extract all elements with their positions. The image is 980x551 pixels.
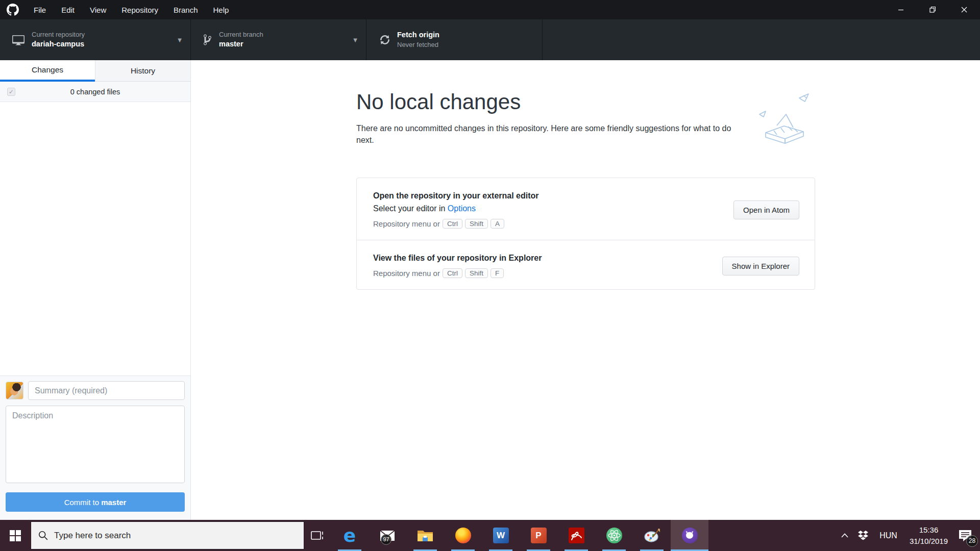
shortcut-prefix: Repository menu or xyxy=(373,269,440,278)
page-subtitle: There are no uncommitted changes in this… xyxy=(356,122,743,146)
action-center-button[interactable]: 28 xyxy=(954,520,980,551)
edge-icon: e xyxy=(344,527,356,545)
taskbar-icon-word[interactable]: W xyxy=(482,520,520,551)
firefox-icon xyxy=(455,528,471,543)
commit-button-branch: master xyxy=(101,498,126,507)
tab-history[interactable]: History xyxy=(95,60,190,82)
changes-list-empty xyxy=(0,102,190,375)
search-input[interactable] xyxy=(54,531,297,541)
menu-edit[interactable]: Edit xyxy=(54,0,82,19)
commit-description-input[interactable] xyxy=(6,406,185,483)
current-branch-label: Current branch xyxy=(219,30,263,39)
sidebar-tabs: Changes History xyxy=(0,60,190,82)
notifications-badge: 28 xyxy=(966,535,978,547)
changed-files-row: ✓ 0 changed files xyxy=(0,82,190,102)
github-desktop-window: File Edit View Repository Branch Help xyxy=(0,0,980,551)
fetch-origin-status: Never fetched xyxy=(397,40,439,49)
current-repository-button[interactable]: Current repository dariah-campus ▼ xyxy=(0,19,191,60)
taskbar-icon-github-desktop[interactable] xyxy=(671,520,708,551)
toolbar: Current repository dariah-campus ▼ Curre… xyxy=(0,19,980,60)
kbd-a: A xyxy=(491,219,504,229)
sync-icon xyxy=(380,34,390,46)
language-indicator[interactable]: HUN xyxy=(873,520,903,551)
taskbar-icon-edge[interactable]: e xyxy=(331,520,369,551)
task-view-button[interactable] xyxy=(304,520,331,551)
word-icon: W xyxy=(493,528,509,543)
current-branch-button[interactable]: Current branch master ▼ xyxy=(191,19,366,60)
shortcut-prefix: Repository menu or xyxy=(373,219,440,228)
atom-icon xyxy=(606,528,622,543)
options-link[interactable]: Options xyxy=(448,204,476,213)
clock[interactable]: 15:36 31/10/2019 xyxy=(903,520,954,551)
menu-repository[interactable]: Repository xyxy=(114,0,166,19)
minimize-icon xyxy=(898,7,904,13)
menu-file[interactable]: File xyxy=(26,0,54,19)
dropbox-icon xyxy=(857,531,869,541)
suggestion-show-explorer: View the files of your repository in Exp… xyxy=(357,240,815,289)
tab-changes[interactable]: Changes xyxy=(0,60,95,82)
menu-branch[interactable]: Branch xyxy=(166,0,206,19)
dropbox-tray-icon[interactable] xyxy=(853,520,873,551)
window-controls xyxy=(885,0,980,19)
kbd-shift: Shift xyxy=(465,268,488,278)
show-in-explorer-button[interactable]: Show in Explorer xyxy=(722,257,799,276)
tray-expand-button[interactable] xyxy=(837,520,853,551)
taskbar: e 97 W P xyxy=(0,520,980,551)
taskbar-icon-file-explorer[interactable] xyxy=(406,520,444,551)
git-branch-icon xyxy=(203,34,212,46)
suggestion-open-editor: Open the repository in your external edi… xyxy=(357,178,815,240)
menu-bar: File Edit View Repository Branch Help xyxy=(26,0,236,19)
avatar xyxy=(6,382,23,399)
start-button[interactable] xyxy=(0,520,31,551)
select-all-checkbox[interactable]: ✓ xyxy=(7,88,15,96)
taskbar-icon-mail[interactable]: 97 xyxy=(369,520,406,551)
fetch-origin-label: Fetch origin xyxy=(397,30,439,40)
suggestions-panel: Open the repository in your external edi… xyxy=(356,178,815,290)
taskbar-icon-acrobat[interactable] xyxy=(557,520,595,551)
chevron-down-icon: ▼ xyxy=(178,37,182,43)
kbd-f: F xyxy=(491,268,504,278)
chevron-down-icon: ▼ xyxy=(353,37,357,43)
taskbar-icon-paint[interactable] xyxy=(633,520,671,551)
github-desktop-icon xyxy=(682,528,698,543)
restore-button[interactable] xyxy=(917,0,948,19)
changed-files-count: 0 changed files xyxy=(0,88,190,96)
suggestion-title: View the files of your repository in Exp… xyxy=(373,254,722,263)
taskbar-search[interactable] xyxy=(31,521,304,549)
menu-view[interactable]: View xyxy=(82,0,114,19)
current-branch-value: master xyxy=(219,39,263,49)
page-title: No local changes xyxy=(356,90,980,114)
minimize-button[interactable] xyxy=(885,0,917,19)
search-icon xyxy=(38,531,48,540)
taskbar-icon-powerpoint[interactable]: P xyxy=(520,520,557,551)
empty-state-illustration xyxy=(756,92,816,154)
paint-icon xyxy=(644,529,660,543)
taskbar-icon-atom[interactable] xyxy=(595,520,633,551)
desktop-icon xyxy=(12,34,24,46)
menu-help[interactable]: Help xyxy=(206,0,237,19)
suggestion-line: Select your editor in xyxy=(373,204,448,213)
task-view-icon xyxy=(311,530,324,541)
file-explorer-icon xyxy=(417,529,433,542)
sidebar: Changes History ✓ 0 changed files Commit… xyxy=(0,60,191,520)
commit-button-prefix: Commit to xyxy=(64,498,102,507)
kbd-shift: Shift xyxy=(465,219,488,229)
kbd-ctrl: Ctrl xyxy=(443,219,462,229)
acrobat-icon xyxy=(569,528,584,543)
current-repository-value: dariah-campus xyxy=(32,39,85,49)
date: 31/10/2019 xyxy=(910,536,948,547)
close-icon xyxy=(961,7,967,13)
commit-summary-input[interactable] xyxy=(28,381,185,400)
commit-form: Commit to master xyxy=(0,375,190,520)
current-repository-label: Current repository xyxy=(32,30,85,39)
open-in-atom-button[interactable]: Open in Atom xyxy=(733,201,799,219)
main-content: No local changes There are no uncommitte… xyxy=(191,60,980,520)
close-button[interactable] xyxy=(948,0,980,19)
titlebar: File Edit View Repository Branch Help xyxy=(0,0,980,19)
commit-button[interactable]: Commit to master xyxy=(6,492,185,512)
suggestion-title: Open the repository in your external edi… xyxy=(373,191,733,201)
fetch-origin-button[interactable]: Fetch origin Never fetched xyxy=(366,19,543,60)
kbd-ctrl: Ctrl xyxy=(443,268,462,278)
restore-icon xyxy=(929,7,936,13)
taskbar-icon-firefox[interactable] xyxy=(444,520,482,551)
